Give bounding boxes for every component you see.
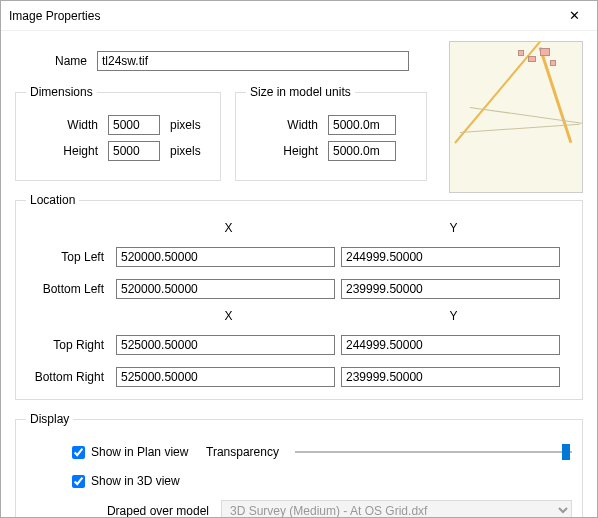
slider-thumb[interactable] — [562, 444, 570, 460]
dimensions-legend: Dimensions — [26, 85, 97, 99]
top-left-label: Top Left — [32, 250, 116, 264]
drape-select[interactable]: 3D Survey (Medium) - At OS Grid.dxf — [221, 500, 572, 518]
mu-width-input[interactable] — [328, 115, 396, 135]
bottom-left-y-input[interactable] — [341, 279, 560, 299]
dim-width-label: Width — [26, 118, 108, 132]
dim-height-unit: pixels — [170, 144, 201, 158]
top-left-x-input[interactable] — [116, 247, 335, 267]
dim-height-input[interactable] — [108, 141, 160, 161]
show-plan-checkbox[interactable] — [72, 446, 85, 459]
dim-width-input[interactable] — [108, 115, 160, 135]
display-legend: Display — [26, 412, 73, 426]
drape-label: Draped over model — [26, 504, 221, 518]
dim-height-label: Height — [26, 144, 108, 158]
dim-width-unit: pixels — [170, 118, 201, 132]
mu-width-label: Width — [246, 118, 328, 132]
mu-height-label: Height — [246, 144, 328, 158]
name-label: Name — [15, 54, 97, 68]
top-right-y-input[interactable] — [341, 335, 560, 355]
bottom-right-y-input[interactable] — [341, 367, 560, 387]
window-title: Image Properties — [9, 9, 100, 23]
transparency-label: Transparency — [206, 445, 279, 459]
bottom-right-label: Bottom Right — [32, 370, 116, 384]
bottom-left-x-input[interactable] — [116, 279, 335, 299]
location-legend: Location — [26, 193, 79, 207]
close-icon[interactable]: ✕ — [552, 1, 597, 31]
dimensions-group: Dimensions Width pixels Height pixels — [15, 85, 221, 181]
loc-x-label-left: X — [116, 221, 341, 235]
top-left-y-input[interactable] — [341, 247, 560, 267]
show-3d-label: Show in 3D view — [91, 474, 180, 488]
title-bar: Image Properties ✕ — [1, 1, 597, 31]
loc-x-label-right: X — [116, 309, 341, 323]
top-right-label: Top Right — [32, 338, 116, 352]
modelunits-legend: Size in model units — [246, 85, 355, 99]
bottom-left-label: Bottom Left — [32, 282, 116, 296]
transparency-slider[interactable] — [295, 442, 572, 462]
top-right-x-input[interactable] — [116, 335, 335, 355]
modelunits-group: Size in model units Width Height — [235, 85, 427, 181]
location-group: Location X Y Top Left Bottom Left — [15, 193, 583, 400]
show-plan-label: Show in Plan view — [91, 445, 188, 459]
loc-y-label-left: Y — [341, 221, 566, 235]
show-3d-checkbox[interactable] — [72, 475, 85, 488]
loc-y-label-right: Y — [341, 309, 566, 323]
mu-height-input[interactable] — [328, 141, 396, 161]
bottom-right-x-input[interactable] — [116, 367, 335, 387]
name-input[interactable] — [97, 51, 409, 71]
map-thumbnail — [449, 41, 583, 193]
display-group: Display Show in Plan view Transparency S… — [15, 412, 583, 518]
